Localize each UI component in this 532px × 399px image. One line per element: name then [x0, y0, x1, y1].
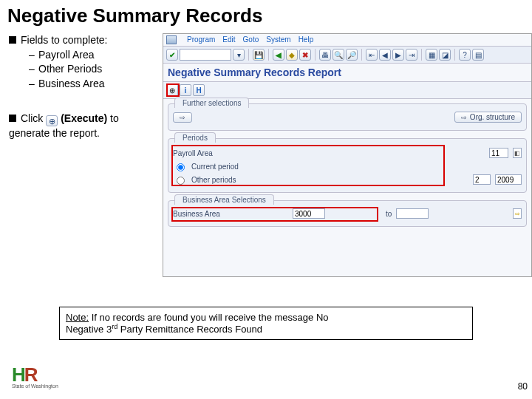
last-page-button[interactable]: ⇥: [406, 49, 417, 61]
bullet-icon: [9, 115, 16, 122]
execute-button[interactable]: ⊕: [166, 84, 178, 96]
further-selections-button[interactable]: ⇨: [173, 112, 192, 123]
system-menu-icon[interactable]: [166, 35, 177, 44]
note-text-c: Party Remittance Records Found: [117, 324, 262, 335]
slide-title: Negative Summary Records: [0, 0, 532, 27]
business-area-tab: Business Area Selections: [174, 194, 274, 205]
back-button[interactable]: ◀: [273, 49, 284, 61]
find-button[interactable]: 🔍: [332, 49, 344, 61]
sap-standard-toolbar: ✔ ▾ 💾 ◀ ◆ ✖ 🖶 🔍 🔎 ⇤ ◀ ▶ ⇥ ▦ ◪ ? ▤: [163, 47, 531, 64]
layout-menu-button[interactable]: ▤: [472, 49, 484, 61]
business-area-group: Business Area Selections Business Area t…: [168, 200, 527, 227]
field-item-0: Payroll Area: [38, 49, 94, 61]
menu-program[interactable]: Program: [187, 35, 215, 44]
payroll-area-field[interactable]: [489, 148, 508, 158]
current-period-radio[interactable]: [177, 163, 185, 171]
click-line2: generate the report.: [9, 126, 157, 141]
click-text: Click: [21, 112, 43, 124]
business-area-to[interactable]: [396, 208, 429, 219]
search-help-icon[interactable]: ◧: [513, 148, 522, 158]
menu-system[interactable]: System: [266, 35, 290, 44]
prev-page-button[interactable]: ◀: [379, 49, 391, 61]
business-area-from[interactable]: [293, 208, 325, 219]
note-text-b: Negative 3: [66, 324, 112, 335]
note-prefix: Note:: [66, 312, 89, 323]
periods-group: Periods Payroll Area ◧ Current period Ot…: [168, 138, 527, 193]
execute-icon: ⊕: [46, 115, 58, 126]
print-button[interactable]: 🖶: [319, 49, 331, 61]
command-field[interactable]: [180, 49, 231, 61]
other-period-from[interactable]: [473, 174, 491, 185]
menu-goto[interactable]: Goto: [243, 35, 259, 44]
cancel-button[interactable]: ✖: [299, 49, 311, 61]
hr-logo: HR State of Washington: [12, 364, 58, 389]
other-periods-radio[interactable]: [177, 177, 185, 185]
help-button[interactable]: ?: [459, 49, 471, 61]
info-button[interactable]: H: [193, 84, 205, 96]
menu-edit[interactable]: Edit: [222, 35, 235, 44]
layout-button[interactable]: ▦: [426, 49, 437, 61]
exit-button[interactable]: ◆: [286, 49, 298, 61]
shortcut-button[interactable]: ◪: [439, 49, 451, 61]
variant-button[interactable]: i: [180, 84, 191, 96]
logo-subtitle: State of Washington: [12, 383, 58, 389]
sap-window: Program Edit Goto System Help ✔ ▾ 💾 ◀ ◆ …: [163, 33, 532, 277]
next-page-button[interactable]: ▶: [392, 49, 404, 61]
sap-application-toolbar: ⊕ i H: [163, 82, 531, 99]
sap-menubar: Program Edit Goto System Help: [163, 34, 531, 47]
payroll-area-label: Payroll Area: [173, 149, 254, 157]
further-selections-tab: Further selections: [174, 98, 249, 108]
enter-button[interactable]: ✔: [166, 49, 178, 61]
multiple-selection-icon[interactable]: ⇨: [513, 208, 522, 219]
field-item-2: Business Area: [38, 78, 105, 89]
bullet-icon: [9, 36, 16, 44]
org-structure-button[interactable]: ⇨Org. structure: [454, 112, 522, 123]
fields-heading: Fields to complete:: [21, 34, 108, 46]
note-box: Note: If no records are found you will r…: [59, 307, 473, 340]
to-label: to: [386, 210, 392, 218]
dropdown-icon[interactable]: ▾: [233, 49, 245, 61]
field-item-1: Other Periods: [38, 63, 102, 75]
report-title: Negative Summary Records Report: [163, 64, 531, 82]
execute-label: (Execute): [61, 112, 107, 124]
first-page-button[interactable]: ⇤: [366, 49, 378, 61]
other-periods-label: Other periods: [191, 176, 236, 184]
save-button[interactable]: 💾: [253, 49, 265, 61]
current-period-label: Current period: [191, 163, 239, 171]
periods-tab: Periods: [174, 132, 216, 143]
menu-help[interactable]: Help: [299, 35, 314, 44]
left-instructions: Fields to complete: –Payroll Area –Other…: [9, 33, 157, 277]
other-period-year[interactable]: [495, 174, 522, 185]
find-next-button[interactable]: 🔎: [346, 49, 358, 61]
page-number: 80: [518, 381, 528, 392]
business-area-label: Business Area: [173, 210, 247, 218]
further-selections-group: Further selections ⇨ ⇨Org. structure: [168, 103, 527, 131]
note-text-a: If no records are found you will receive…: [89, 312, 328, 323]
